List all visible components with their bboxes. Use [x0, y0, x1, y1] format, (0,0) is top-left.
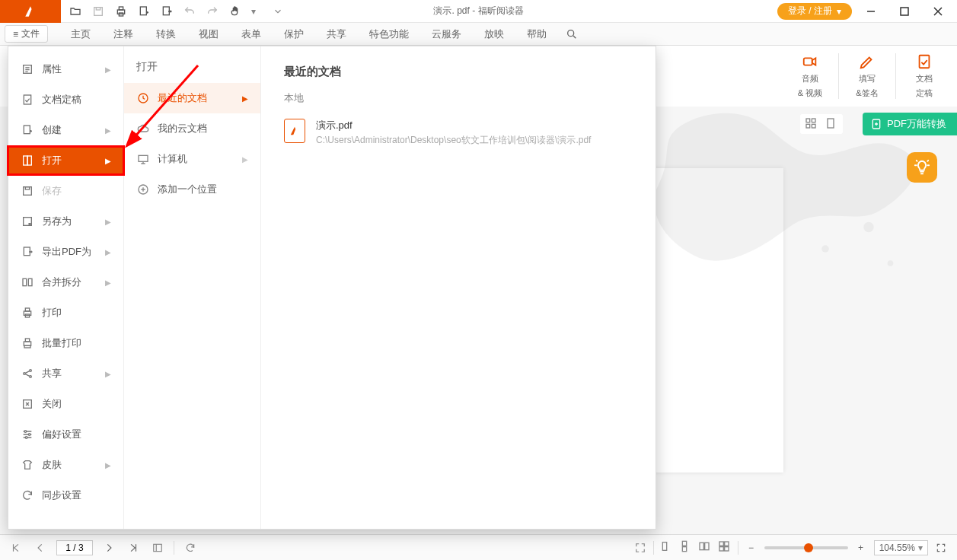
- maximize-button[interactable]: [890, 0, 919, 23]
- qat-overflow-icon[interactable]: [270, 3, 286, 20]
- menu-item-icon: [21, 215, 34, 228]
- tab-protect[interactable]: 保护: [273, 23, 314, 46]
- file-menu-item[interactable]: 偏好设置: [8, 419, 123, 450]
- computer-icon: [136, 153, 150, 165]
- chevron-right-icon: ▶: [105, 278, 111, 287]
- tab-help[interactable]: 帮助: [516, 23, 557, 46]
- file-menu-item[interactable]: 另存为▶: [8, 206, 123, 237]
- tab-cloud[interactable]: 云服务: [421, 23, 472, 46]
- tool-audio-video[interactable]: 音频 & 视频: [788, 53, 832, 99]
- file-tab[interactable]: ≡ 文件: [5, 25, 48, 43]
- convert-label: PDF万能转换: [887, 117, 946, 131]
- save-icon[interactable]: [90, 3, 107, 20]
- svg-point-42: [28, 434, 30, 436]
- add-page-icon[interactable]: [136, 3, 152, 20]
- single-page-icon[interactable]: [825, 117, 838, 131]
- file-menu-item[interactable]: 打开▶: [8, 145, 123, 176]
- svg-rect-30: [28, 278, 32, 285]
- svg-rect-3: [119, 7, 123, 10]
- svg-point-43: [25, 437, 27, 439]
- tab-comment[interactable]: 注释: [103, 23, 144, 46]
- view-facing-icon[interactable]: [698, 540, 713, 555]
- next-page-button[interactable]: [100, 539, 117, 556]
- svg-rect-1: [96, 7, 100, 9]
- login-button[interactable]: 登录 / 注册▾: [777, 3, 852, 20]
- tips-button[interactable]: [907, 152, 937, 183]
- file-menu-item[interactable]: 皮肤▶: [8, 450, 123, 480]
- qat-more-icon[interactable]: ▾: [250, 3, 257, 20]
- file-menu-item[interactable]: 打印: [8, 298, 123, 328]
- zoom-value-box[interactable]: 104.55%▾: [874, 540, 928, 555]
- view-facing-cont-icon[interactable]: [718, 540, 733, 555]
- file-menu-item[interactable]: 属性▶: [8, 54, 123, 84]
- menu-item-icon: [21, 368, 34, 380]
- rotate-button[interactable]: [182, 539, 199, 556]
- close-button[interactable]: [924, 0, 952, 23]
- file-menu-item[interactable]: 导出PDF为▶: [8, 237, 123, 267]
- menu-item-icon: [21, 307, 34, 319]
- pdf-convert-button[interactable]: PDF万能转换: [863, 113, 957, 135]
- file-menu-item[interactable]: 创建▶: [8, 115, 123, 145]
- svg-rect-36: [24, 345, 30, 348]
- fit-page-button[interactable]: [632, 539, 649, 556]
- zoom-out-button[interactable]: −: [743, 539, 760, 556]
- prev-page-button[interactable]: [32, 539, 49, 556]
- recent-file-row[interactable]: 演示.pdfC:\Users\Administrator\Desktop\seo…: [284, 113, 633, 153]
- menu-item-icon: [21, 246, 34, 258]
- submenu-item-label: 我的云文档: [158, 122, 207, 135]
- chevron-right-icon: ▶: [105, 218, 111, 226]
- tab-home[interactable]: 主页: [60, 23, 101, 46]
- undo-icon[interactable]: [181, 3, 198, 20]
- tab-present[interactable]: 放映: [474, 23, 515, 46]
- menu-item-label: 皮肤: [42, 458, 62, 472]
- file-submenu-item[interactable]: 最近的文档▶: [124, 83, 260, 113]
- file-menu-item[interactable]: 同步设置: [8, 480, 123, 511]
- last-page-button[interactable]: [125, 539, 142, 556]
- file-submenu-item[interactable]: 计算机▶: [124, 144, 260, 174]
- pdf-file-icon: [284, 119, 305, 143]
- tab-features[interactable]: 特色功能: [359, 23, 419, 46]
- redo-icon[interactable]: [204, 3, 221, 20]
- svg-rect-9: [804, 58, 812, 65]
- tab-convert[interactable]: 转换: [145, 23, 187, 46]
- panel-toggle-button[interactable]: [149, 539, 166, 556]
- zoom-slider[interactable]: [764, 546, 848, 549]
- print-icon[interactable]: [113, 3, 129, 20]
- svg-rect-5: [140, 7, 146, 15]
- svg-rect-26: [25, 187, 29, 189]
- hand-icon[interactable]: [227, 3, 244, 20]
- submenu-item-label: 计算机: [158, 152, 187, 166]
- page-input[interactable]: [56, 540, 93, 555]
- view-continuous-icon[interactable]: [678, 540, 694, 555]
- submenu-item-label: 最近的文档: [158, 91, 207, 105]
- submenu-item-label: 添加一个位置: [158, 183, 217, 196]
- menu-item-icon: [21, 124, 34, 136]
- view-single-icon[interactable]: [659, 540, 674, 555]
- tool-doc-final[interactable]: 文档 定稿: [902, 53, 946, 99]
- open-icon[interactable]: [67, 3, 84, 20]
- tab-share[interactable]: 共享: [316, 23, 357, 46]
- zoom-in-button[interactable]: +: [853, 539, 869, 556]
- search-icon[interactable]: [563, 26, 580, 43]
- file-menu-item[interactable]: 批量打印: [8, 328, 123, 358]
- tab-view[interactable]: 视图: [188, 23, 229, 46]
- file-submenu-item[interactable]: 添加一个位置: [124, 174, 260, 205]
- separator: [838, 53, 839, 99]
- file-menu-item[interactable]: 文档定稿: [8, 84, 123, 115]
- thumbnails-icon[interactable]: [805, 117, 818, 131]
- svg-rect-29: [23, 278, 27, 285]
- svg-rect-21: [24, 95, 30, 104]
- tool-label: 文档: [916, 74, 933, 83]
- fullscreen-button[interactable]: [933, 539, 949, 556]
- tab-form[interactable]: 表单: [231, 23, 272, 46]
- menu-item-icon: [21, 276, 34, 288]
- file-menu-item[interactable]: 合并拆分▶: [8, 267, 123, 298]
- minimize-button[interactable]: [857, 0, 885, 23]
- location-label: 本地: [284, 91, 633, 105]
- tool-fill-sign[interactable]: 填写 &签名: [845, 53, 889, 99]
- file-menu-item[interactable]: 共享▶: [8, 358, 123, 389]
- file-submenu-item[interactable]: 我的云文档: [124, 113, 260, 144]
- page-out-icon[interactable]: [158, 3, 175, 20]
- first-page-button[interactable]: [8, 539, 24, 556]
- file-menu-item[interactable]: 关闭: [8, 389, 123, 419]
